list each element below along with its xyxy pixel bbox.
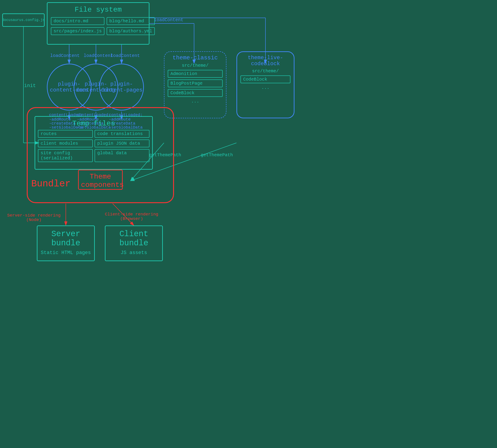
theme-classic-box: theme-classic src/theme/ Admonition Blog… bbox=[164, 51, 226, 118]
theme-live-codeblock-src: src/theme/ bbox=[237, 68, 294, 74]
theme-classic-src: src/theme/ bbox=[164, 63, 226, 68]
theme-live-codeblock-box: theme-live-codeblock src/theme/ CodeBloc… bbox=[236, 51, 295, 118]
svg-text:init: init bbox=[24, 83, 36, 89]
theme-classic-more: ... bbox=[168, 99, 223, 104]
file-blog-hello: blog/hello.md bbox=[107, 17, 155, 25]
codeblock-live-box: CodeBlock bbox=[240, 76, 290, 83]
codeblock-classic-box: CodeBlock bbox=[168, 89, 223, 97]
svg-line-40 bbox=[113, 204, 134, 225]
theme-components-box: Theme components bbox=[78, 170, 123, 190]
client-bundle-title: Client bundle bbox=[106, 229, 162, 248]
file-system-title: File system bbox=[47, 6, 149, 14]
routes-box: routes bbox=[38, 130, 93, 138]
server-bundle-subtitle: Static HTML pages bbox=[37, 250, 94, 256]
svg-text:getThemePath: getThemePath bbox=[201, 152, 233, 158]
blog-post-page-box: BlogPostPage bbox=[168, 80, 223, 87]
admonition-box: Admonition bbox=[168, 70, 223, 78]
docusaurus-config-box: docusaurus.config.js bbox=[2, 13, 45, 27]
plugin-content-pages-label: plugin-content-pages bbox=[100, 81, 143, 93]
svg-text:loadContent: loadContent bbox=[154, 17, 183, 23]
theme-classic-title: theme-classic bbox=[164, 54, 226, 61]
site-config-box: site config (serialized) bbox=[38, 149, 93, 162]
server-bundle-title: Server bundle bbox=[37, 229, 94, 248]
theme-live-codeblock-title: theme-live-codeblock bbox=[237, 55, 294, 67]
svg-text:loadContent: loadContent bbox=[84, 53, 113, 58]
file-blog-authors: blog/authors.yml bbox=[107, 27, 155, 35]
client-modules-box: client modules bbox=[38, 140, 93, 147]
svg-text:loadContent: loadContent bbox=[110, 53, 140, 58]
file-docs-intro: docs/intro.md bbox=[51, 17, 104, 25]
global-data-box: global data bbox=[94, 149, 149, 162]
bundler-label: Bundler bbox=[31, 178, 70, 189]
svg-text:(Browser): (Browser) bbox=[120, 216, 143, 221]
temp-files-title: Temp files bbox=[35, 119, 152, 128]
theme-components-label: Theme components bbox=[81, 173, 124, 189]
docusaurus-config-label: docusaurus.config.js bbox=[2, 18, 45, 22]
svg-text:loadContent: loadContent bbox=[50, 53, 80, 58]
client-bundle-subtitle: JS assets bbox=[106, 250, 162, 256]
svg-text:Server-side rendering: Server-side rendering bbox=[7, 213, 61, 218]
svg-text:(Node): (Node) bbox=[26, 217, 42, 222]
plugin-json-data-box: plugin JSON data bbox=[94, 140, 149, 147]
server-bundle-box: Server bundle Static HTML pages bbox=[37, 225, 95, 261]
file-src-pages: src/pages/index.js bbox=[51, 27, 104, 35]
client-bundle-box: Client bundle JS assets bbox=[105, 225, 163, 261]
file-system-box: File system docs/intro.md blog/hello.md … bbox=[47, 2, 149, 45]
svg-text:Client-side rendering: Client-side rendering bbox=[105, 212, 158, 217]
temp-files-box: Temp files routes code translations clie… bbox=[35, 116, 153, 170]
code-translations-box: code translations bbox=[94, 130, 149, 138]
theme-live-more: ... bbox=[240, 85, 290, 90]
plugin-content-pages-circle: plugin-content-pages bbox=[99, 64, 144, 111]
